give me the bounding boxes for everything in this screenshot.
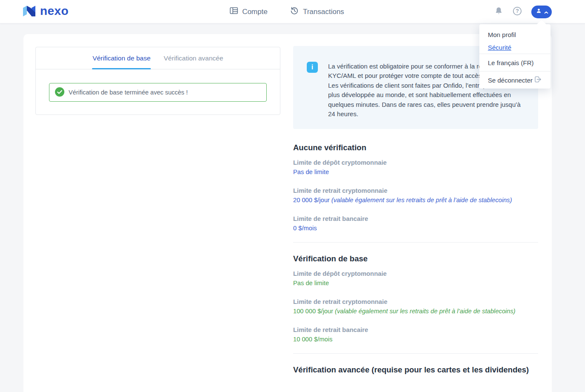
help-button[interactable]: ?: [512, 6, 522, 18]
content-panel: Vérification de base Vérification avancé…: [23, 34, 552, 392]
nexo-logo-icon: [23, 4, 36, 20]
section-title: Vérification de base: [293, 254, 538, 263]
verification-card-body: Vérification de base terminée avec succè…: [36, 69, 280, 114]
history-icon: [290, 6, 299, 17]
bell-icon: [494, 6, 503, 17]
nav-label-transactions: Transactions: [303, 8, 344, 16]
success-alert: Vérification de base terminée avec succè…: [49, 83, 267, 102]
user-icon: [535, 7, 542, 16]
limit-label: Limite de dépôt cryptomonnaie: [293, 269, 538, 278]
menu-item-langue[interactable]: Le français (FR): [479, 54, 550, 71]
verification-card: Vérification de base Vérification avancé…: [35, 47, 280, 115]
limit-amount: 20 000 $/jour: [293, 197, 330, 203]
success-alert-text: Vérification de base terminée avec succè…: [69, 89, 188, 96]
nexo-logo[interactable]: nexo: [23, 0, 69, 23]
check-circle-icon: [55, 87, 64, 98]
menu-item-deconnexion[interactable]: Se déconnecter: [479, 72, 550, 89]
verification-tabs: Vérification de base Vérification avancé…: [36, 47, 280, 69]
limit-label: Limite de retrait cryptomonnaie: [293, 298, 538, 306]
limit-label: Limite de retrait bancaire: [293, 215, 538, 223]
limit-value: 10 000 $/mois: [293, 335, 536, 344]
top-navbar: nexo Compte Transactions: [0, 0, 585, 23]
section-aucune-verification: Aucune vérification Limite de dépôt cryp…: [293, 143, 538, 233]
limit-label: Limite de dépôt cryptomonnaie: [293, 158, 538, 167]
user-menu-button[interactable]: [531, 6, 552, 18]
limit-value: 0 $/mois: [293, 223, 536, 233]
menu-label-deconnexion: Se déconnecter: [488, 77, 533, 84]
limit-amount: Pas de limite: [293, 169, 329, 175]
limit-label: Limite de retrait bancaire: [293, 326, 538, 334]
section-title: Vérification avancée (requise pour les c…: [293, 365, 538, 375]
question-circle-icon: ?: [512, 6, 522, 18]
section-title: Aucune vérification: [293, 143, 538, 152]
menu-caret: [537, 20, 546, 24]
section-verification-de-base: Vérification de base Limite de dépôt cry…: [293, 254, 538, 344]
user-dropdown-menu: Mon profil Sécurité Le français (FR) Se …: [479, 24, 550, 89]
menu-item-securite[interactable]: Sécurité: [479, 41, 550, 54]
limit-note: (valable également sur les retraits de p…: [331, 197, 512, 203]
logout-icon: [534, 75, 542, 85]
tab-label: Vérification avancée: [164, 54, 223, 62]
notifications-button[interactable]: [494, 6, 503, 17]
limit-note: (valable également sur les retraits de p…: [335, 308, 516, 315]
nav-item-transactions[interactable]: Transactions: [290, 6, 344, 17]
limit-value: 20 000 $/jour (valable également sur les…: [293, 195, 536, 205]
limit-amount: Pas de limite: [293, 280, 329, 286]
svg-text:?: ?: [516, 8, 519, 14]
chevron-up-icon: [544, 8, 548, 16]
limit-label: Limite de retrait cryptomonnaie: [293, 186, 538, 195]
limit-amount: 0 $/mois: [293, 225, 317, 232]
nexo-wordmark: nexo: [40, 5, 69, 19]
limit-value: 100 000 $/jour (valable également sur le…: [293, 306, 536, 316]
limits-column: i La vérification est obligatoire pour s…: [293, 46, 538, 375]
section-divider: [293, 353, 538, 354]
nav-item-compte[interactable]: Compte: [229, 6, 268, 17]
menu-label-securite: Sécurité: [488, 44, 511, 51]
section-divider: [293, 242, 538, 243]
limit-amount: 100 000 $/jour: [293, 308, 333, 315]
limit-value: Pas de limite: [293, 278, 536, 288]
info-icon: i: [307, 62, 318, 73]
limit-amount: 10 000 $/mois: [293, 336, 332, 343]
section-verification-avancee: Vérification avancée (requise pour les c…: [293, 365, 538, 375]
table-icon: [229, 6, 238, 17]
tab-verification-de-base[interactable]: Vérification de base: [92, 47, 151, 69]
tab-verification-avancee[interactable]: Vérification avancée: [163, 47, 224, 69]
nav-label-compte: Compte: [242, 8, 268, 16]
main-nav: Compte Transactions: [229, 0, 344, 23]
tab-label: Vérification de base: [92, 54, 150, 62]
limit-value: Pas de limite: [293, 167, 536, 177]
menu-label-langue: Le français (FR): [488, 59, 534, 66]
menu-item-mon-profil[interactable]: Mon profil: [479, 28, 550, 41]
menu-label-profil: Mon profil: [488, 31, 516, 38]
